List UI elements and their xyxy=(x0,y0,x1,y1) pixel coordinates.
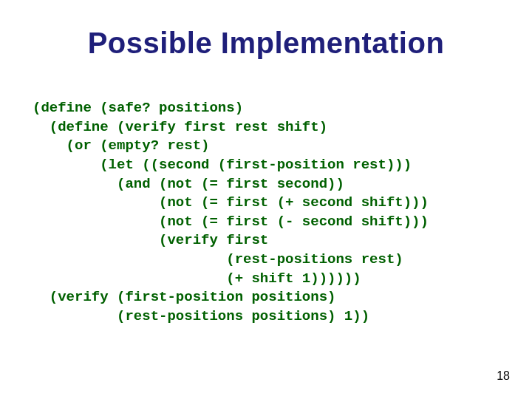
code-block: (define (safe? positions) (define (verif… xyxy=(33,99,429,327)
page-number: 18 xyxy=(497,369,510,383)
slide: Possible Implementation (define (safe? p… xyxy=(0,0,532,399)
slide-title: Possible Implementation xyxy=(0,27,532,60)
